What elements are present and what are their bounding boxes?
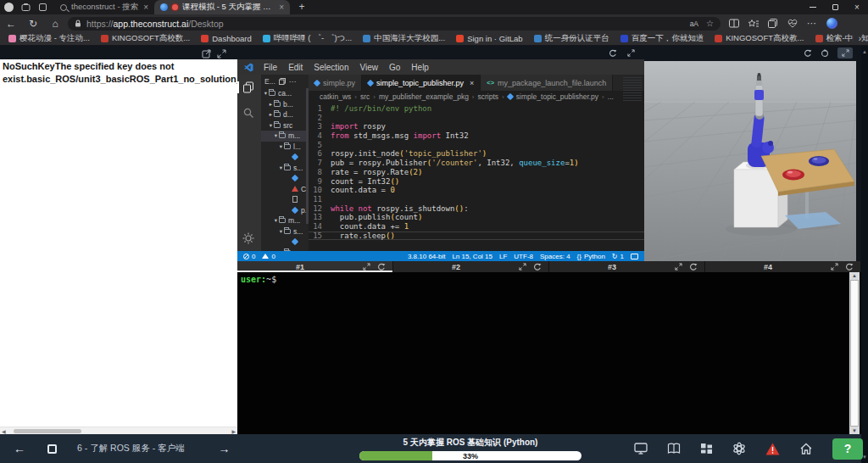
ide-refresh-icon[interactable] xyxy=(609,49,617,58)
tree-item[interactable]: ▸b... xyxy=(261,99,309,110)
ai-assistant-icon[interactable] xyxy=(732,442,746,455)
status-item[interactable]: Spaces: 4 xyxy=(540,253,570,260)
status-item[interactable]: UTF-8 xyxy=(514,253,533,260)
editor-tab[interactable]: simple.py xyxy=(309,75,362,91)
scroll-down-icon[interactable]: ▼ xyxy=(849,428,860,433)
terminal-refresh-icon[interactable] xyxy=(377,263,386,271)
bookmark-item[interactable]: 樱花动漫 - 专注动... xyxy=(8,33,90,44)
page-scroll-up-icon[interactable]: ▲ xyxy=(861,49,868,54)
terminal-tab[interactable]: #1 xyxy=(237,261,393,272)
screen-icon[interactable] xyxy=(634,443,648,455)
status-item[interactable]: {}Python xyxy=(577,253,605,260)
breadcrumb-item[interactable]: catkin_ws xyxy=(320,92,351,101)
translate-icon[interactable]: aA xyxy=(690,20,698,28)
profile-avatar-icon[interactable] xyxy=(0,0,17,14)
terminal-scrollbar[interactable]: ▲ ▼ xyxy=(849,272,860,434)
terminal-expand-icon[interactable] xyxy=(363,263,370,271)
stop-icon[interactable] xyxy=(47,444,57,454)
bookmark-item[interactable]: 中国海洋大学校园... xyxy=(363,33,445,44)
menu-view[interactable]: View xyxy=(360,63,379,72)
tree-item[interactable]: p... xyxy=(261,205,309,216)
tree-item[interactable] xyxy=(261,237,309,248)
menu-go[interactable]: Go xyxy=(389,63,400,72)
collections-icon[interactable] xyxy=(768,19,778,28)
browser-tab[interactable]: theconstruct - 搜索× xyxy=(54,0,154,14)
tree-item[interactable]: ▾ca... xyxy=(261,88,309,99)
breadcrumb-item[interactable]: src xyxy=(360,92,370,101)
gazebo-viewport[interactable] xyxy=(644,61,856,261)
status-item[interactable]: Ln 15, Col 15 xyxy=(452,253,492,260)
apps-grid-icon[interactable] xyxy=(700,443,713,455)
notebook-panel[interactable]: NoSuchKeyThe specified key does not exis… xyxy=(0,59,237,434)
status-item[interactable]: ↻1 xyxy=(612,253,624,260)
status-item[interactable] xyxy=(631,254,638,259)
previous-lesson-icon[interactable]: ← xyxy=(14,442,25,455)
explorer-more-icon[interactable]: ⋯ xyxy=(289,77,298,86)
editor-tab[interactable]: simple_topic_publisher.py× xyxy=(362,75,481,91)
scroll-left-icon[interactable]: ◀ xyxy=(2,428,6,434)
status-item[interactable]: LF xyxy=(499,253,507,260)
tab-close-icon[interactable]: × xyxy=(143,3,148,12)
status-item[interactable]: 3.8.10 64-bit xyxy=(408,253,445,260)
minimize-button[interactable] xyxy=(802,0,824,14)
tree-item[interactable]: ▾l... xyxy=(261,142,309,153)
workspaces-icon[interactable] xyxy=(17,0,34,14)
breadcrumb-item[interactable]: ... xyxy=(608,92,614,101)
settings-gear-icon[interactable] xyxy=(242,232,254,244)
tree-item[interactable]: ▾m... xyxy=(261,215,309,226)
menu-edit[interactable]: Edit xyxy=(288,63,303,72)
tab-close-icon[interactable]: × xyxy=(279,3,284,12)
bookmark-item[interactable]: KINGOSOFT高校数... xyxy=(101,33,190,44)
tree-item[interactable]: ▾src xyxy=(261,120,309,131)
explorer-icon[interactable] xyxy=(237,81,254,93)
terminal-refresh-icon[interactable] xyxy=(689,263,698,271)
tree-item[interactable] xyxy=(261,194,309,205)
warning-count[interactable]: 0 xyxy=(271,253,275,260)
bookmark-item[interactable]: 百度一下，你就知道 xyxy=(620,33,704,44)
menu-help[interactable]: Help xyxy=(411,63,429,72)
breadcrumb-item[interactable]: my_publisher_example_pkg xyxy=(379,92,469,101)
notebook-expand-icon[interactable] xyxy=(217,49,226,59)
favorites-icon[interactable] xyxy=(748,19,759,28)
gazebo-expand-icon[interactable] xyxy=(837,47,853,59)
terminal-expand-icon[interactable] xyxy=(519,263,526,271)
gazebo-refresh-icon[interactable] xyxy=(804,49,812,58)
menu-selection[interactable]: Selection xyxy=(314,63,348,72)
tree-item[interactable]: ▾m... xyxy=(261,131,309,142)
code-editor[interactable]: 1#! /usr/bin/env python23import rospy4fr… xyxy=(309,103,644,251)
open-editors-icon[interactable] xyxy=(279,78,286,85)
bookmark-item[interactable]: 统一身份认证平台 xyxy=(534,33,609,44)
notebook-open-external-icon[interactable] xyxy=(202,49,211,59)
home-icon[interactable] xyxy=(799,443,813,455)
terminal-expand-icon[interactable] xyxy=(675,263,682,271)
warning-icon[interactable] xyxy=(765,443,780,455)
tree-item[interactable]: ▾s... xyxy=(261,226,309,237)
terminal-refresh-icon[interactable] xyxy=(845,263,854,271)
terminal-expand-icon[interactable] xyxy=(831,263,838,271)
more-menu-icon[interactable]: ⋯ xyxy=(807,18,817,29)
bookmark-item[interactable]: KINGOSOFT高校教... xyxy=(715,33,804,44)
terminal-refresh-icon[interactable] xyxy=(533,263,542,271)
tab-list-icon[interactable] xyxy=(34,0,51,14)
browser-tab[interactable]: 课程模拟 - 5 天内掌握 ROS 基...× xyxy=(154,0,290,14)
scroll-up-icon[interactable]: ▲ xyxy=(849,273,860,278)
bookmark-item[interactable]: Sign in · GitLab xyxy=(456,33,522,44)
notebook-horizontal-scrollbar[interactable]: ◀ ▶ xyxy=(0,427,237,434)
notebook-book-icon[interactable] xyxy=(667,443,681,455)
new-tab-button[interactable]: + xyxy=(295,1,309,14)
menu-file[interactable]: File xyxy=(264,63,277,72)
close-window-button[interactable]: × xyxy=(846,0,868,14)
refresh-button[interactable]: ↻ xyxy=(22,18,44,30)
gazebo-reset-icon[interactable] xyxy=(821,49,829,58)
terminal-tab[interactable]: #2 xyxy=(393,261,549,272)
tree-item[interactable]: ▸d... xyxy=(261,109,309,120)
editor-tab[interactable]: <>my_package_launch_file.launch xyxy=(481,75,613,91)
bookmarks-overflow-icon[interactable]: › xyxy=(854,34,861,43)
tree-item[interactable] xyxy=(261,173,309,184)
tree-item[interactable] xyxy=(261,152,309,163)
terminal-tab[interactable]: #4 xyxy=(705,261,861,272)
next-lesson-icon[interactable]: → xyxy=(219,442,231,455)
browser-essentials-icon[interactable] xyxy=(787,19,798,28)
tree-item[interactable]: C... xyxy=(261,184,309,195)
restore-button[interactable] xyxy=(824,0,846,14)
